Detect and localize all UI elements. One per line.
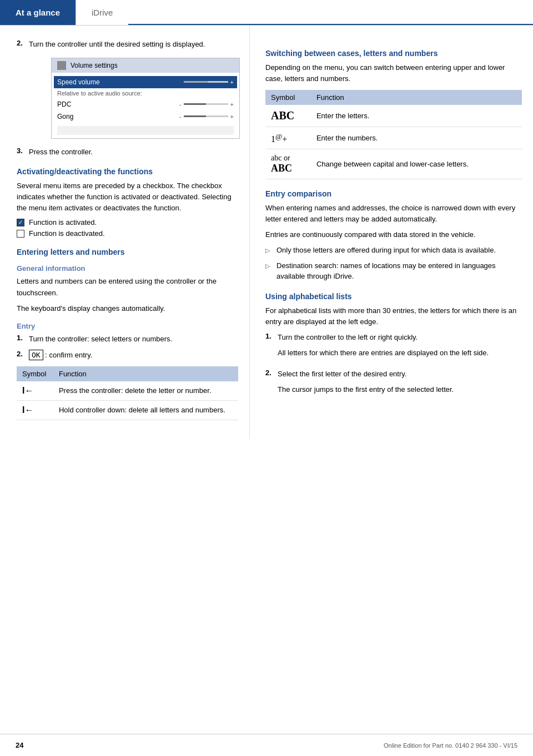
gong-label: Gong — [57, 113, 179, 120]
switching-text: Depending on the menu, you can switch be… — [265, 62, 522, 84]
alpha-step-1-number: 1. — [265, 332, 278, 363]
gong-slider-plus: + — [230, 113, 234, 120]
slider-fill — [184, 81, 208, 83]
screenshot-bottom-filler — [57, 126, 234, 135]
pdc-slider-plus: + — [230, 101, 234, 108]
general-info-text2: The keyboard's display changes automatic… — [17, 303, 238, 314]
pdc-label: PDC — [57, 100, 179, 108]
table-row: I← Press the controller: delete the lett… — [17, 381, 238, 401]
screenshot-row-speed-volume: Speed volume - + — [54, 76, 237, 88]
general-info-heading: General information — [17, 264, 238, 273]
gong-slider-minus: - — [179, 113, 182, 120]
pdc-slider-minus: - — [179, 101, 182, 108]
switching-function-3: Change between capital and lower-case le… — [311, 149, 522, 179]
slider-plus: + — [230, 79, 234, 85]
ok-symbol: OK — [29, 350, 43, 360]
activating-heading: Activating/deactivating the functions — [17, 167, 238, 176]
left-table-header-function: Function — [53, 366, 238, 381]
step-2: 2. Turn the controller until the desired… — [17, 39, 238, 50]
checkbox-unchecked-icon — [17, 230, 24, 238]
activating-text: Several menu items are preceded by a che… — [17, 180, 238, 214]
using-alpha-heading: Using alphabetical lists — [265, 292, 522, 301]
switching-symbol-num: 1@+ — [265, 127, 311, 149]
home-icon — [57, 61, 66, 70]
bullet-text-2: Destination search: names of locations m… — [276, 260, 522, 282]
main-content: 2. Turn the controller until the desired… — [0, 26, 533, 439]
page-footer: 24 Online Edition for Part no. 0140 2 96… — [0, 734, 533, 756]
left-table-symbol-1: I← — [17, 381, 53, 401]
left-table-header-symbol: Symbol — [17, 366, 53, 381]
entry-comparison-text1: When entering names and addresses, the c… — [265, 203, 522, 225]
bullet-item-2: ▷ Destination search: names of locations… — [265, 260, 522, 282]
screenshot-row-gong: Gong - + — [57, 110, 234, 123]
step-3-number: 3. — [17, 147, 29, 158]
general-info-text1: Letters and numbers can be entered using… — [17, 276, 238, 298]
table-row: abc or ABC Change between capital and lo… — [265, 149, 522, 179]
left-table-symbol-2: I← — [17, 400, 53, 420]
footer-text: Online Edition for Part no. 0140 2 964 3… — [384, 742, 517, 749]
entry-step-2-number: 2. — [17, 350, 29, 361]
entry-step-2-post: : confirm entry. — [45, 351, 92, 359]
switching-heading: Switching between cases, letters and num… — [265, 49, 522, 58]
table-row: 1@+ Enter the numbers. — [265, 127, 522, 149]
step-3-text: Press the controller. — [29, 147, 238, 158]
screenshot-title-bar: Volume settings — [52, 58, 239, 73]
alpha-step-2: 2. Select the first letter of the desire… — [265, 369, 522, 400]
bullet-item-1: ▷ Only those letters are offered during … — [265, 245, 522, 256]
header-underline — [128, 24, 533, 25]
entry-step-2: 2. OK : confirm entry. — [17, 350, 238, 361]
right-column: Switching between cases, letters and num… — [250, 26, 533, 439]
tab-idrive-label: iDrive — [92, 8, 113, 17]
screenshot-wrapper: Volume settings Speed volume - + — [39, 58, 238, 139]
checkbox-deactivated-label: Function is deactivated. — [29, 229, 105, 238]
gong-slider: - + — [179, 113, 234, 120]
left-symbol-table: Symbol Function I← Press the controller:… — [17, 366, 238, 420]
switching-table-header-symbol: Symbol — [265, 90, 311, 105]
alpha-step-1-text: Turn the controller to the left or right… — [278, 332, 522, 343]
slider-line — [184, 81, 228, 83]
step-3: 3. Press the controller. — [17, 147, 238, 158]
entry-comparison-text2: Entries are continuously compared with d… — [265, 229, 522, 240]
table-row: ABC Enter the letters. — [265, 105, 522, 127]
left-table-function-2: Hold controller down: delete all letters… — [53, 400, 238, 420]
screenshot-body: Speed volume - + Relative to active audi… — [52, 73, 239, 138]
entry-subheading: Entry — [17, 322, 238, 330]
speed-volume-label: Speed volume — [57, 78, 179, 86]
alpha-step-2-number: 2. — [265, 369, 278, 400]
entry-step-1-number: 1. — [17, 334, 29, 345]
pdc-slider-line — [184, 103, 228, 105]
switching-table: Symbol Function ABC Enter the letters. 1… — [265, 90, 522, 179]
switching-function-2: Enter the numbers. — [311, 127, 522, 149]
checkbox-deactivated: Function is deactivated. — [17, 229, 238, 238]
table-row: I← Hold controller down: delete all lett… — [17, 400, 238, 420]
entry-comparison-heading: Entry comparison — [265, 189, 522, 198]
step-2-number: 2. — [17, 39, 29, 50]
pdc-slider: - + — [179, 101, 234, 108]
alpha-step-1-content: Turn the controller to the left or right… — [278, 332, 522, 363]
screenshot-title: Volume settings — [71, 62, 118, 69]
left-column: 2. Turn the controller until the desired… — [0, 26, 250, 439]
checkbox-checked-icon: ✓ — [17, 219, 24, 226]
bullet-arrow-2: ▷ — [265, 261, 272, 282]
switching-symbol-mixed: abc or ABC — [265, 149, 311, 179]
tab-idrive[interactable]: iDrive — [76, 0, 128, 25]
page-header: At a glance iDrive — [0, 0, 533, 26]
page-number: 24 — [16, 741, 23, 749]
switching-function-1: Enter the letters. — [311, 105, 522, 127]
switching-table-header-function: Function — [311, 90, 522, 105]
bullet-arrow-1: ▷ — [265, 246, 272, 256]
tab-at-a-glance-label: At a glance — [16, 8, 60, 17]
entering-heading: Entering letters and numbers — [17, 248, 238, 256]
gong-slider-fill — [184, 115, 206, 117]
step-2-text: Turn the controller until the desired se… — [29, 39, 238, 50]
alpha-step-1-sub: All letters for which there are entries … — [278, 347, 522, 359]
alpha-step-2-text: Select the first letter of the desired e… — [278, 369, 522, 380]
screenshot-row-pdc: PDC - + — [57, 98, 234, 110]
bullet-text-1: Only those letters are offered during in… — [276, 245, 496, 256]
using-alpha-text: For alphabetical lists with more than 30… — [265, 305, 522, 327]
checkbox-activated: ✓ Function is activated. — [17, 218, 238, 226]
entry-step-2-text: OK : confirm entry. — [29, 350, 238, 361]
alpha-step-2-sub: The cursor jumps to the first entry of t… — [278, 384, 522, 395]
slider-minus: - — [179, 79, 182, 85]
tab-at-a-glance[interactable]: At a glance — [0, 0, 76, 25]
